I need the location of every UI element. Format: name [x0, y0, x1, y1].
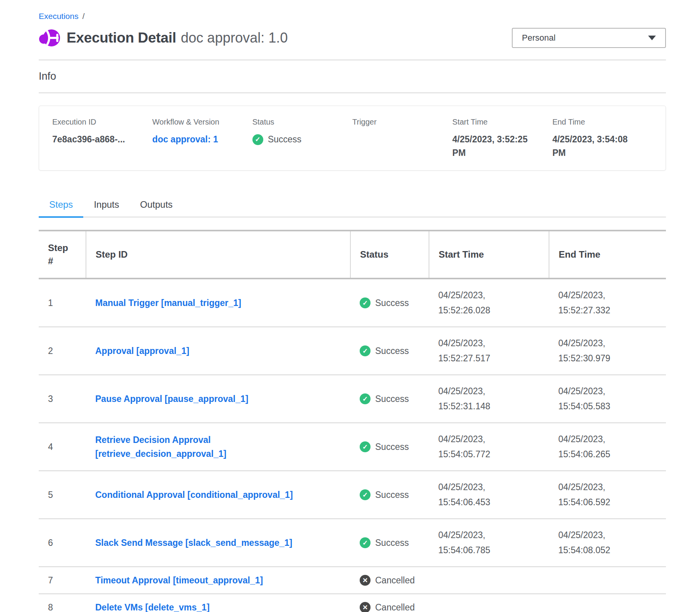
info-field: Execution ID 7e8ac396-a868-... — [52, 118, 152, 170]
step-id-cell: Conditional Approval [conditional_approv… — [86, 471, 350, 519]
step-id-link[interactable]: Manual Trigger [manual_trigger_1] — [95, 296, 241, 310]
tab-inputs[interactable]: Inputs — [83, 195, 129, 218]
status-text: Success — [375, 442, 409, 452]
step-id-link[interactable]: Slack Send Message [slack_send_message_1… — [95, 536, 292, 550]
start-time-cell — [429, 567, 549, 594]
step-id-link[interactable]: Conditional Approval [conditional_approv… — [95, 488, 293, 502]
breadcrumb-executions-link[interactable]: Executions — [39, 12, 79, 21]
step-number: 3 — [39, 375, 86, 423]
end-time-cell — [549, 594, 666, 612]
info-field-value: 4/25/2023, 3:54:08 PM — [552, 133, 635, 160]
status-text: Success — [375, 346, 409, 356]
info-field: Start Time 4/25/2023, 3:52:25 PM — [452, 118, 552, 170]
header-row: Execution Detail doc approval: 1.0 Perso… — [39, 27, 666, 49]
end-time-cell: 04/25/2023, 15:54:08.052 — [549, 519, 666, 567]
info-field-label: Trigger — [352, 118, 441, 127]
page-content: Executions/ Execution Detail doc approva… — [39, 0, 666, 612]
start-time-cell: 04/25/2023, 15:54:05.772 — [429, 423, 549, 471]
step-id-link[interactable]: Retrieve Decision Approval [retrieve_dec… — [95, 433, 320, 461]
end-time-cell: 04/25/2023, 15:54:06.265 — [549, 423, 666, 471]
tab-bar: StepsInputsOutputs — [39, 195, 666, 217]
step-number: 4 — [39, 423, 86, 471]
table-row: 8 Delete VMs [delete_vms_1] ✕ Cancelled — [39, 594, 666, 612]
status-cell: ✓ Success — [350, 279, 429, 327]
info-field-label: End Time — [552, 118, 641, 127]
table-row: 5 Conditional Approval [conditional_appr… — [39, 471, 666, 519]
workflow-version-link[interactable]: doc approval: 1 — [152, 133, 234, 146]
step-id-cell: Pause Approval [pause_approval_1] — [86, 375, 350, 423]
breadcrumb-separator: / — [82, 12, 85, 21]
step-id-link[interactable]: Timeout Approval [timeout_approval_1] — [95, 573, 263, 587]
start-time-cell: 04/25/2023, 15:52:26.028 — [429, 279, 549, 327]
end-time-cell: 04/25/2023, 15:52:30.979 — [549, 327, 666, 375]
scope-select[interactable]: Personal — [512, 28, 666, 48]
step-number: 6 — [39, 519, 86, 567]
table-row: 6 Slack Send Message [slack_send_message… — [39, 519, 666, 567]
success-icon: ✓ — [360, 537, 371, 548]
table-row: 2 Approval [approval_1] ✓ Success 04/25/… — [39, 327, 666, 375]
step-id-link[interactable]: Pause Approval [pause_approval_1] — [95, 392, 248, 406]
info-card: Execution ID 7e8ac396-a868-... Workflow … — [39, 106, 666, 171]
info-field: Status ✓Success — [252, 118, 352, 170]
status-cell: ✓ Success — [350, 519, 429, 567]
status-cell: ✓ Success — [350, 327, 429, 375]
info-field-value: 7e8ac396-a868-... — [52, 133, 134, 146]
info-field-value: ✓Success — [252, 133, 335, 146]
info-field-value: 4/25/2023, 3:52:25 PM — [452, 133, 534, 160]
header-divider — [39, 60, 666, 60]
status-cell: ✓ Success — [350, 471, 429, 519]
end-time-cell: 04/25/2023, 15:54:06.592 — [549, 471, 666, 519]
table-row: 1 Manual Trigger [manual_trigger_1] ✓ Su… — [39, 279, 666, 327]
column-header-step-num: Step # — [39, 231, 86, 279]
status-cell: ✕ Cancelled — [350, 567, 429, 594]
step-id-cell: Delete VMs [delete_vms_1] — [86, 594, 350, 612]
info-section-title: Info — [39, 70, 666, 82]
step-id-cell: Manual Trigger [manual_trigger_1] — [86, 279, 350, 327]
info-field: Trigger — [352, 118, 452, 170]
start-time-cell — [429, 594, 549, 612]
cancelled-icon: ✕ — [360, 575, 371, 586]
start-time-cell: 04/25/2023, 15:54:06.785 — [429, 519, 549, 567]
step-id-link[interactable]: Delete VMs [delete_vms_1] — [95, 600, 209, 612]
info-field-label: Status — [252, 118, 341, 127]
tab-outputs[interactable]: Outputs — [130, 195, 183, 218]
table-row: 7 Timeout Approval [timeout_approval_1] … — [39, 567, 666, 594]
status-text: Cancelled — [375, 575, 415, 586]
status-text: Cancelled — [375, 602, 415, 612]
start-time-cell: 04/25/2023, 15:54:06.453 — [429, 471, 549, 519]
end-time-cell: 04/25/2023, 15:54:05.583 — [549, 375, 666, 423]
column-header-start-time: Start Time — [429, 231, 549, 279]
success-icon: ✓ — [360, 393, 371, 404]
breadcrumb: Executions/ — [39, 12, 666, 21]
info-field-label: Start Time — [452, 118, 540, 127]
steps-table-header: Step # Step ID Status Start Time End Tim… — [39, 231, 666, 279]
cancelled-icon: ✕ — [360, 602, 371, 612]
step-number: 7 — [39, 567, 86, 594]
workflow-icon — [39, 27, 60, 49]
end-time-cell: 04/25/2023, 15:52:27.332 — [549, 279, 666, 327]
status-text: Success — [375, 538, 409, 548]
step-id-cell: Retrieve Decision Approval [retrieve_dec… — [86, 423, 350, 471]
info-divider — [39, 92, 666, 93]
status-text: Success — [375, 298, 409, 308]
status-cell: ✓ Success — [350, 423, 429, 471]
scope-select-value: Personal — [522, 33, 556, 43]
success-icon: ✓ — [252, 134, 263, 145]
tab-steps[interactable]: Steps — [39, 195, 83, 218]
info-field-label: Workflow & Version — [152, 118, 240, 127]
step-number: 2 — [39, 327, 86, 375]
page-title: Execution Detail — [67, 30, 176, 46]
status-text: Success — [375, 490, 409, 500]
table-row: 4 Retrieve Decision Approval [retrieve_d… — [39, 423, 666, 471]
column-header-status: Status — [350, 231, 429, 279]
success-icon: ✓ — [360, 489, 371, 500]
info-field: Workflow & Version doc approval: 1 — [152, 118, 252, 170]
steps-table: Step # Step ID Status Start Time End Tim… — [39, 230, 666, 612]
info-field: End Time 4/25/2023, 3:54:08 PM — [552, 118, 652, 170]
start-time-cell: 04/25/2023, 15:52:27.517 — [429, 327, 549, 375]
step-id-link[interactable]: Approval [approval_1] — [95, 344, 189, 358]
success-icon: ✓ — [360, 345, 371, 356]
column-header-end-time: End Time — [549, 231, 666, 279]
end-time-cell — [549, 567, 666, 594]
success-icon: ✓ — [360, 297, 371, 308]
